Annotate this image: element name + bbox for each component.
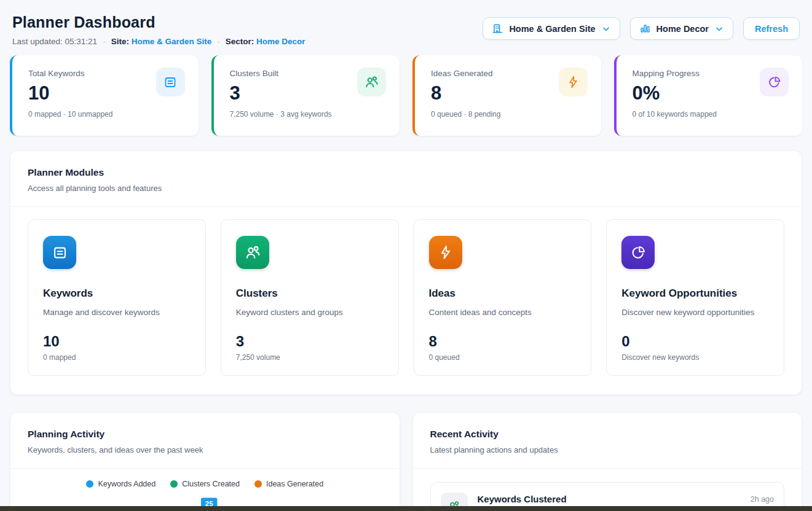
chart-legend: Keywords Added Clusters Created Ideas Ge… bbox=[10, 480, 400, 488]
module-description: Manage and discover keywords bbox=[43, 308, 191, 317]
stat-subtext: 0 of 10 keywords mapped bbox=[633, 110, 788, 119]
module-title: Clusters bbox=[236, 287, 384, 300]
module-card-clusters[interactable]: Clusters Keyword clusters and groups 3 7… bbox=[221, 219, 399, 376]
divider bbox=[10, 468, 400, 469]
module-title: Keywords bbox=[43, 287, 191, 300]
site-link[interactable]: Home & Garden Site bbox=[132, 37, 212, 46]
pie-chart-icon bbox=[621, 236, 655, 269]
legend-item-ideas-generated[interactable]: Ideas Generated bbox=[254, 480, 323, 488]
module-description: Keyword clusters and groups bbox=[236, 308, 384, 317]
sector-selector-dropdown[interactable]: Home Decor bbox=[630, 17, 733, 40]
planner-dashboard-page: Planner Dashboard Last updated: 05:31:21… bbox=[0, 0, 812, 511]
sector-meta: Sector: Home Decor bbox=[226, 37, 305, 46]
building-icon bbox=[492, 23, 503, 34]
recent-item-title: Keywords Clustered bbox=[478, 494, 567, 504]
recent-activity-title: Recent Activity bbox=[430, 429, 785, 440]
modules-grid: Keywords Manage and discover keywords 10… bbox=[10, 207, 802, 394]
recent-activity-header: Recent Activity Latest planning actions … bbox=[413, 413, 802, 468]
legend-dot-orange bbox=[254, 480, 262, 488]
refresh-button-label: Refresh bbox=[755, 24, 788, 34]
users-icon bbox=[236, 236, 269, 269]
legend-dot-green bbox=[170, 480, 178, 488]
module-title: Keyword Opportunities bbox=[621, 287, 769, 300]
module-description: Discover new keyword opportunities bbox=[621, 308, 769, 317]
site-selector-dropdown[interactable]: Home & Garden Site bbox=[483, 17, 620, 40]
module-subtext: 0 queued bbox=[429, 353, 577, 362]
lightning-icon bbox=[559, 68, 588, 96]
recent-activity-panel: Recent Activity Latest planning actions … bbox=[412, 412, 803, 511]
stats-row: Total Keywords 10 0 mapped · 10 unmapped… bbox=[10, 55, 802, 136]
module-subtext: 0 mapped bbox=[43, 353, 191, 362]
users-icon bbox=[357, 68, 386, 96]
module-value: 8 bbox=[429, 333, 577, 350]
legend-label: Keywords Added bbox=[98, 480, 156, 488]
stat-subtext: 7,250 volume · 3 avg keywords bbox=[230, 110, 385, 119]
planning-activity-subtitle: Keywords, clusters, and ideas over the p… bbox=[28, 445, 382, 454]
legend-item-keywords-added[interactable]: Keywords Added bbox=[86, 480, 156, 488]
page-header: Planner Dashboard Last updated: 05:31:21… bbox=[10, 0, 802, 46]
planning-activity-title: Planning Activity bbox=[28, 429, 382, 440]
recent-activity-list: Keywords Clustered 3 new clusters create… bbox=[413, 469, 802, 511]
lightning-icon bbox=[429, 236, 462, 269]
recent-item-timestamp: 2h ago bbox=[751, 495, 774, 504]
module-title: Ideas bbox=[429, 287, 577, 300]
site-label: Site: bbox=[111, 37, 129, 46]
modules-title: Planner Modules bbox=[28, 167, 784, 178]
header-toolbar: Home & Garden Site Home Decor bbox=[483, 17, 800, 40]
page-title: Planner Dashboard bbox=[12, 14, 305, 31]
planning-activity-header: Planning Activity Keywords, clusters, an… bbox=[10, 413, 400, 468]
stat-card-total-keywords[interactable]: Total Keywords 10 0 mapped · 10 unmapped bbox=[10, 55, 199, 136]
header-meta: Last updated: 05:31:21 · Site: Home & Ga… bbox=[12, 37, 305, 46]
chevron-down-icon bbox=[601, 24, 611, 34]
legend-label: Clusters Created bbox=[182, 480, 240, 488]
document-icon bbox=[43, 236, 76, 269]
sector-link[interactable]: Home Decor bbox=[256, 37, 305, 46]
stat-card-clusters-built[interactable]: Clusters Built 3 7,250 volume · 3 avg ke… bbox=[211, 55, 400, 136]
stat-subtext: 0 mapped · 10 unmapped bbox=[28, 110, 184, 119]
module-card-keywords[interactable]: Keywords Manage and discover keywords 10… bbox=[28, 219, 206, 376]
sector-selector-value: Home Decor bbox=[656, 24, 709, 34]
planning-activity-panel: Planning Activity Keywords, clusters, an… bbox=[10, 412, 400, 511]
sector-label: Sector: bbox=[226, 37, 254, 46]
recent-activity-subtitle: Latest planning actions and updates bbox=[430, 445, 785, 454]
module-value: 0 bbox=[621, 333, 769, 350]
module-card-ideas[interactable]: Ideas Content ideas and concepts 8 0 que… bbox=[414, 219, 592, 376]
modules-subtitle: Access all planning tools and features bbox=[28, 184, 784, 193]
legend-label: Ideas Generated bbox=[266, 480, 323, 488]
module-description: Content ideas and concepts bbox=[429, 308, 577, 317]
bar-chart-icon bbox=[639, 23, 651, 34]
module-value: 10 bbox=[43, 333, 191, 350]
planner-modules-panel: Planner Modules Access all planning tool… bbox=[10, 150, 802, 395]
modules-header: Planner Modules Access all planning tool… bbox=[10, 151, 802, 206]
site-selector-value: Home & Garden Site bbox=[509, 24, 595, 34]
site-meta: Site: Home & Garden Site bbox=[111, 37, 212, 46]
module-subtext: Discover new keywords bbox=[621, 353, 769, 362]
stat-subtext: 0 queued · 8 pending bbox=[431, 110, 586, 119]
chevron-down-icon bbox=[714, 24, 724, 34]
bottom-edge-bar bbox=[0, 506, 812, 511]
header-left: Planner Dashboard Last updated: 05:31:21… bbox=[12, 14, 305, 46]
legend-item-clusters-created[interactable]: Clusters Created bbox=[170, 480, 240, 488]
refresh-button[interactable]: Refresh bbox=[743, 17, 800, 40]
meta-separator: · bbox=[103, 37, 106, 46]
module-card-keyword-opportunities[interactable]: Keyword Opportunities Discover new keywo… bbox=[606, 219, 784, 376]
document-icon bbox=[156, 68, 185, 96]
meta-separator: · bbox=[217, 37, 220, 46]
legend-dot-blue bbox=[86, 480, 93, 488]
stat-card-ideas-generated[interactable]: Ideas Generated 8 0 queued · 8 pending bbox=[412, 55, 601, 136]
last-updated-text: Last updated: 05:31:21 bbox=[12, 37, 97, 46]
stat-card-mapping-progress[interactable]: Mapping Progress 0% 0 of 10 keywords map… bbox=[614, 55, 803, 136]
module-subtext: 7,250 volume bbox=[236, 353, 384, 362]
pie-chart-icon bbox=[760, 68, 789, 96]
bottom-row: Planning Activity Keywords, clusters, an… bbox=[10, 395, 802, 511]
module-value: 3 bbox=[236, 333, 384, 350]
